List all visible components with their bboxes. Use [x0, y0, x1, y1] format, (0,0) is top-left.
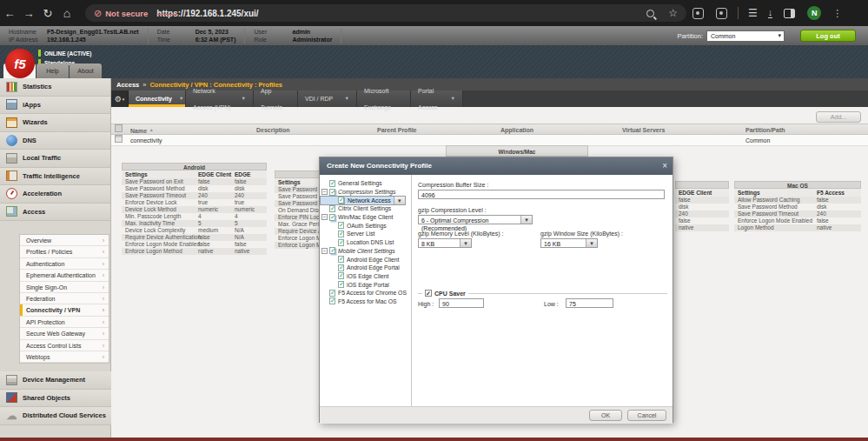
- submenu-ephemeral-authentication[interactable]: Ephemeral Authentication: [20, 270, 109, 281]
- sidebar-item-wizards[interactable]: Wizards: [0, 114, 110, 132]
- sidebar-item-access[interactable]: Access: [0, 204, 110, 222]
- back-icon[interactable]: ←: [0, 7, 19, 20]
- browser-toolbar: ← → ↻ ⌂ ⊘ Not secure https ://192.168.1.…: [0, 0, 868, 26]
- partition-select[interactable]: Common: [706, 30, 785, 42]
- low-input[interactable]: 75: [566, 298, 613, 308]
- extensions-icon[interactable]: [716, 8, 727, 19]
- submenu-federation[interactable]: Federation: [20, 293, 109, 304]
- close-icon[interactable]: ×: [662, 157, 667, 175]
- tree-item-ios-edge-client[interactable]: iOS Edge Client: [320, 272, 411, 281]
- home-icon[interactable]: ⌂: [57, 6, 76, 20]
- search-icon[interactable]: [646, 10, 654, 17]
- buffer-size-input[interactable]: 4096: [418, 190, 665, 199]
- tab-help[interactable]: Help: [36, 63, 69, 78]
- tree-item-server-list[interactable]: Server List: [320, 230, 411, 238]
- table-row: Logon Method native: [734, 224, 861, 231]
- add-button[interactable]: Add...: [816, 111, 861, 123]
- forward-icon[interactable]: →: [19, 7, 38, 20]
- media-controls-icon[interactable]: ☰: [748, 7, 758, 19]
- side-panel-icon[interactable]: [784, 9, 795, 18]
- submenu-secure-web-gateway[interactable]: Secure Web Gateway: [20, 328, 109, 339]
- table-title: Android: [122, 163, 267, 170]
- security-badge[interactable]: Not secure: [105, 9, 148, 18]
- cpu-saver-checkbox[interactable]: [425, 290, 432, 297]
- sidebar-item-device-management[interactable]: Device Management: [0, 371, 111, 390]
- tree-item-android-edge-portal[interactable]: Android Edge Portal: [320, 264, 411, 272]
- tab-vdi-rdp[interactable]: VDI / RDP ▼: [298, 90, 357, 107]
- reload-icon[interactable]: ↻: [38, 7, 57, 20]
- tree-item-f5-access-mac-os[interactable]: F5 Access for Mac OS: [320, 297, 411, 306]
- edge-client-cell: numeric: [198, 206, 218, 213]
- submenu-profiles-policies[interactable]: Profiles / Policies: [20, 246, 109, 257]
- sidebar-item-label: Local Traffic: [23, 154, 61, 162]
- tab-options-gear-icon[interactable]: ⚙▾: [111, 90, 129, 107]
- tree-item-location-dns-list[interactable]: Location DNS List: [320, 238, 411, 247]
- breadcrumb-root[interactable]: Access: [116, 81, 139, 89]
- submenu-overview[interactable]: Overview: [20, 235, 109, 246]
- tree-item-citrix-client-settings[interactable]: Citrix Client Settings: [320, 204, 411, 213]
- tree-item-ios-edge-portal[interactable]: iOS Edge Portal: [320, 280, 411, 289]
- sidebar-item-dns[interactable]: DNS: [0, 132, 110, 150]
- edge-client-cell: 4: [198, 213, 202, 220]
- sidebar-item-shared-objects[interactable]: Shared Objects: [0, 390, 111, 408]
- tab-connectivity[interactable]: Connectivity ▼: [129, 90, 186, 107]
- high-input[interactable]: 90: [439, 298, 484, 308]
- collapse-icon[interactable]: [321, 189, 328, 195]
- tree-item-general-settings[interactable]: General Settings: [320, 179, 411, 188]
- sidebar-item-distributed-cloud[interactable]: ☁ Distributed Cloud Services: [0, 407, 111, 425]
- sidebar-item-acceleration[interactable]: Acceleration: [0, 185, 110, 204]
- profile-name-cell[interactable]: connectivity: [130, 135, 162, 146]
- submenu-single-sign-on[interactable]: Single Sign-On: [20, 282, 109, 293]
- page-bottom-bar: [0, 438, 868, 441]
- tab-microsoft-exchange[interactable]: Microsoft Exchange: [357, 90, 411, 107]
- tree-item-android-edge-client[interactable]: Android Edge Client: [320, 255, 411, 264]
- edge-portal-cell: N/A: [235, 234, 244, 241]
- access-submenu: Overview Profiles / Policies Authenticat…: [19, 234, 109, 364]
- submenu-webtops[interactable]: Webtops: [20, 351, 109, 363]
- tree-item-compression-settings[interactable]: Compression Settings: [320, 188, 411, 197]
- setting-cell: Enforce Logon Mode Enabled: [738, 217, 812, 224]
- cancel-button[interactable]: Cancel: [627, 410, 666, 421]
- tree-label: Network Access: [348, 197, 391, 204]
- tree-item-oauth-settings[interactable]: OAuth Settings: [320, 221, 411, 230]
- tab-about[interactable]: About: [70, 63, 102, 78]
- chevron-down-icon: ▼: [444, 90, 455, 107]
- collapse-icon[interactable]: [321, 248, 328, 254]
- sidebar-item-traffic-intelligence[interactable]: Traffic Intelligence: [0, 168, 110, 186]
- tree-item-f5-access-chrome-os[interactable]: F5 Access for Chrome OS: [320, 289, 411, 297]
- select-all-checkbox[interactable]: [115, 124, 123, 132]
- submenu-connectivity-vpn[interactable]: Connectivity / VPN: [20, 304, 109, 316]
- collapse-icon[interactable]: [321, 214, 328, 220]
- browser-menu-icon[interactable]: ⋮: [832, 8, 842, 19]
- address-bar[interactable]: ⊘ Not secure https ://192.168.1.245/xui/…: [85, 4, 686, 22]
- edge-client-table-partial: EDGE Client false disk 240 false: [675, 181, 729, 231]
- logout-button[interactable]: Log out: [800, 30, 856, 42]
- profile-avatar[interactable]: N: [807, 6, 821, 20]
- downloads-icon[interactable]: ↓: [768, 8, 773, 18]
- table-title: Mac OS: [734, 181, 861, 189]
- edge-client-cell: medium: [198, 227, 218, 234]
- tab-portal-access[interactable]: Portal Access ▼: [411, 90, 463, 107]
- tree-item-mobile-client-settings[interactable]: Mobile Client Settings: [320, 247, 411, 256]
- ok-button[interactable]: OK: [589, 410, 622, 421]
- tab-app-tunnels[interactable]: App Tunnels: [254, 90, 298, 107]
- submenu-authentication[interactable]: Authentication: [20, 258, 109, 270]
- row-expand-icon[interactable]: [115, 135, 123, 143]
- sidebar-item-local-traffic[interactable]: Local Traffic: [0, 150, 110, 168]
- submenu-api-protection[interactable]: API Protection: [20, 317, 109, 328]
- submenu-access-control-lists[interactable]: Access Control Lists: [20, 340, 109, 351]
- tree-item-winmac-edge-client[interactable]: Win/Mac Edge Client: [320, 213, 411, 222]
- gzip-level-select[interactable]: 6 - Optimal Compression (Recommended): [418, 215, 533, 224]
- sidebar-item-statistics[interactable]: Statistics: [0, 78, 110, 97]
- gzip-memory-select[interactable]: 8 KB: [418, 238, 472, 248]
- password-manager-extension-icon[interactable]: [692, 8, 704, 19]
- setting-cell: Enforce Logon Mode Enabled: [125, 241, 200, 248]
- partition-value: Common: [711, 33, 735, 39]
- gzip-window-select[interactable]: 16 KB: [540, 238, 598, 248]
- low-label: Low :: [544, 301, 559, 307]
- sidebar-item-iapps[interactable]: iApps: [0, 97, 110, 115]
- tab-network-access-vpn[interactable]: Network Access (VPN) ▼: [186, 90, 254, 107]
- bookmark-star-icon[interactable]: ☆: [668, 7, 678, 19]
- tree-item-network-access[interactable]: Network Access: [320, 196, 406, 205]
- setting-cell: Save Password Method: [738, 204, 798, 210]
